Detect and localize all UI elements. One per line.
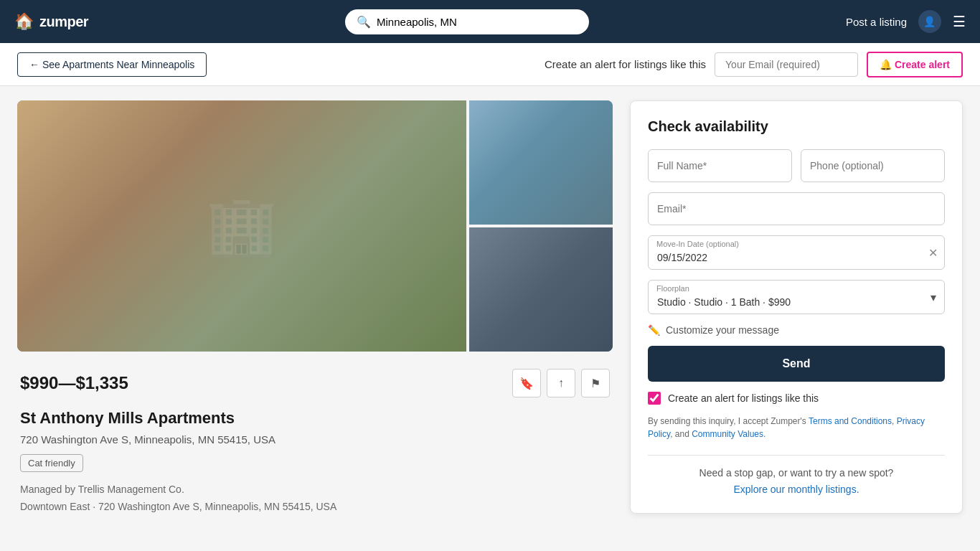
- photo-main[interactable]: [17, 100, 466, 352]
- alert-email-input[interactable]: [715, 52, 858, 77]
- alert-checkbox-row: Create an alert for listings like this: [648, 392, 945, 405]
- search-bar[interactable]: 🔍: [345, 9, 589, 34]
- avatar-icon: 👤: [923, 16, 936, 27]
- flag-button[interactable]: ⚑: [581, 369, 610, 397]
- photo-top[interactable]: [469, 100, 613, 225]
- logo-text: zumper: [39, 14, 88, 30]
- and-text: and: [675, 429, 689, 439]
- move-in-date-wrapper: Move-In Date (optional) ✕: [648, 235, 945, 270]
- community-values-link[interactable]: Community Values: [692, 429, 763, 439]
- phone-input[interactable]: [801, 149, 945, 182]
- apartment-name: St Anthony Mills Apartments: [20, 409, 610, 428]
- terms-prefix: By sending this inquiry, I accept Zumper…: [648, 416, 806, 426]
- managed-by: Managed by Trellis Management Co.: [20, 484, 610, 495]
- move-in-label: Move-In Date (optional): [656, 240, 739, 248]
- listing-info: $990—$1,335 🔖 ↑ ⚑ St Anthony Mills Apart…: [17, 369, 613, 512]
- price-row: $990—$1,335 🔖 ↑ ⚑: [20, 369, 610, 397]
- bookmark-icon: 🔖: [519, 377, 534, 390]
- search-icon: 🔍: [357, 15, 371, 29]
- email-input[interactable]: [648, 192, 945, 225]
- navbar-right: Post a listing 👤 ☰: [846, 10, 966, 33]
- sidebar-title: Check availability: [648, 118, 945, 135]
- bookmark-button[interactable]: 🔖: [512, 369, 541, 397]
- main-content: +19 photos $990—$1,335 🔖 ↑ ⚑: [0, 86, 980, 528]
- home-icon: 🏠: [14, 12, 34, 31]
- name-phone-row: [648, 149, 945, 182]
- monthly-section: Need a stop gap, or want to try a new sp…: [648, 455, 945, 496]
- back-button[interactable]: ← See Apartments Near Minneapolis: [17, 52, 207, 77]
- full-name-input[interactable]: [648, 149, 792, 182]
- floorplan-label: Floorplan: [656, 284, 689, 293]
- terms-text: By sending this inquiry, I accept Zumper…: [648, 415, 945, 441]
- price: $990—$1,335: [20, 373, 128, 393]
- share-icon: ↑: [558, 377, 564, 390]
- customize-message-row[interactable]: ✏️ Customize your message: [648, 324, 945, 336]
- customize-message-label: Customize your message: [666, 324, 779, 336]
- alert-checkbox-label[interactable]: Create an alert for listings like this: [668, 392, 819, 404]
- left-column: +19 photos $990—$1,335 🔖 ↑ ⚑: [17, 100, 613, 514]
- create-alert-button[interactable]: 🔔 Create alert: [867, 52, 963, 77]
- photo-bottom[interactable]: +19 photos: [469, 227, 613, 352]
- floorplan-wrapper: Floorplan Studio · Studio · 1 Bath · $99…: [648, 280, 945, 314]
- alert-label: Create an alert for listings like this: [545, 58, 706, 70]
- monthly-listings-link[interactable]: Explore our monthly listings.: [733, 484, 859, 495]
- action-buttons: 🔖 ↑ ⚑: [512, 369, 610, 397]
- search-input[interactable]: [377, 16, 578, 28]
- flag-icon: ⚑: [590, 377, 600, 390]
- terms-link[interactable]: Terms and Conditions: [809, 416, 892, 426]
- photo-right: +19 photos: [469, 100, 613, 352]
- floorplan-select[interactable]: Studio · Studio · 1 Bath · $990: [648, 280, 945, 314]
- pencil-icon: ✏️: [648, 324, 660, 336]
- navbar: 🏠 zumper 🔍 Post a listing 👤 ☰: [0, 0, 980, 43]
- alert-right: Create an alert for listings like this 🔔…: [545, 52, 963, 77]
- send-button[interactable]: Send: [648, 346, 945, 382]
- area-text: Downtown East · 720 Washington Ave S, Mi…: [20, 501, 610, 512]
- date-clear-icon[interactable]: ✕: [928, 246, 938, 260]
- logo-area: 🏠 zumper: [14, 12, 88, 31]
- apartment-address: 720 Washington Ave S, Minneapolis, MN 55…: [20, 433, 610, 446]
- sidebar: Check availability Move-In Date (optiona…: [630, 100, 963, 514]
- alert-bar: ← See Apartments Near Minneapolis Create…: [0, 43, 980, 86]
- cat-friendly-tag: Cat friendly: [20, 454, 83, 472]
- post-listing-button[interactable]: Post a listing: [846, 16, 907, 28]
- photos-count-overlay[interactable]: +19 photos: [506, 278, 576, 301]
- share-button[interactable]: ↑: [547, 369, 575, 397]
- monthly-text: Need a stop gap, or want to try a new sp…: [648, 467, 945, 479]
- photo-gallery[interactable]: +19 photos: [17, 100, 613, 352]
- alert-checkbox[interactable]: [648, 392, 661, 405]
- menu-icon[interactable]: ☰: [953, 13, 966, 30]
- avatar[interactable]: 👤: [918, 10, 941, 33]
